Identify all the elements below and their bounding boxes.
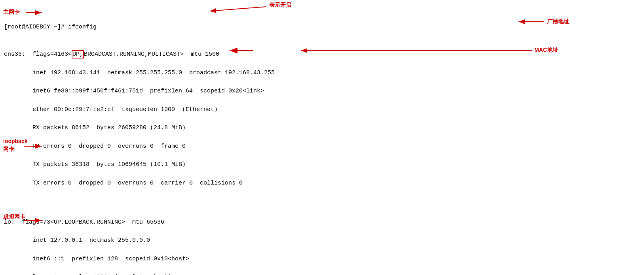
ens33-line3: inet6 fe80::b99f:450f:f461:751d prefixle… (4, 88, 264, 94)
prompt-line: [root@AIDEBOY ~]# ifconfig (4, 24, 97, 30)
virtual-nic-label: 虚拟网卡 (3, 213, 25, 220)
mac-addr-label: MAC地址 (534, 47, 558, 54)
ens33-section: [root@AIDEBOY ~]# ifconfig ens33: flags=… (4, 13, 636, 197)
ens33-line4: ether 00:0c:29:7f:e2:cf txqueuelen 1000 … (4, 106, 218, 113)
lo-line2: inet 127.0.0.1 netmask 255.0.0.0 (4, 237, 150, 244)
ens33-line1: ens33: flags=4163<UP,BROADCAST,RUNNING,M… (4, 50, 219, 58)
lo-line3: inet6 ::1 prefixlen 128 scopeid 0x10<hos… (4, 256, 189, 262)
terminal-output: [root@AIDEBOY ~]# ifconfig ens33: flags=… (0, 0, 644, 275)
ens33-line8: TX errors 0 dropped 0 overruns 0 carrier… (4, 180, 243, 186)
loopback-label: loopback网卡 (3, 138, 27, 153)
broadcast-addr-label: 广播地址 (547, 18, 569, 25)
ens33-line7: TX packets 36318 bytes 10694645 (10.1 Mi… (4, 161, 186, 168)
show-open-label: 表示开启 (269, 2, 291, 9)
ens33-line6: RX errors 0 dropped 0 overruns 0 frame 0 (4, 143, 186, 150)
lo-section: lo: flags=73<UP,LOOPBACK,RUNNING> mtu 65… (4, 209, 636, 275)
ens33-line2: inet 192.168.43.141 netmask 255.255.255.… (4, 70, 275, 76)
ens33-line5: RX packets 86152 bytes 26059280 (24.8 Mi… (4, 124, 186, 131)
lo-line1: lo: flags=73<UP,LOOPBACK,RUNNING> mtu 65… (4, 219, 164, 226)
main-nic-label: 主网卡 (3, 9, 20, 16)
